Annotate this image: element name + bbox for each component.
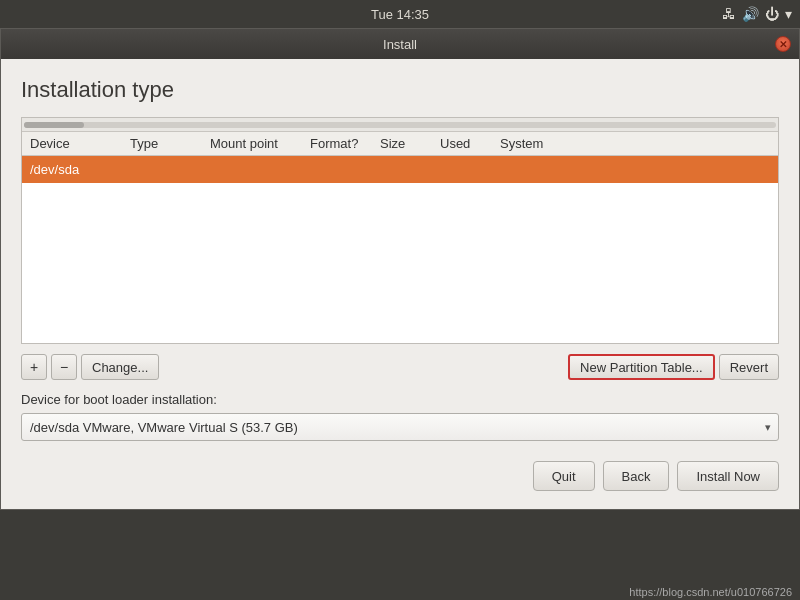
scroll-track xyxy=(24,122,776,128)
col-device-header: Device xyxy=(30,136,130,151)
col-size-header: Size xyxy=(380,136,440,151)
status-url: https://blog.csdn.net/u010766726 xyxy=(629,586,792,598)
quit-button[interactable]: Quit xyxy=(533,461,595,491)
row-system xyxy=(500,162,770,177)
volume-icon: 🔊 xyxy=(742,6,759,22)
table-header: Device Type Mount point Format? Size Use… xyxy=(22,132,778,156)
col-format-header: Format? xyxy=(310,136,380,151)
col-system-header: System xyxy=(500,136,770,151)
row-format xyxy=(310,162,380,177)
window: Install ✕ Installation type Device Type … xyxy=(0,28,800,510)
back-button[interactable]: Back xyxy=(603,461,670,491)
partition-button-row: + − Change... New Partition Table... Rev… xyxy=(21,354,779,380)
row-mount xyxy=(210,162,310,177)
page-title: Installation type xyxy=(21,77,779,103)
scroll-bar[interactable] xyxy=(22,118,778,132)
boot-loader-dropdown-wrapper: /dev/sda VMware, VMware Virtual S (53.7 … xyxy=(21,413,779,441)
table-empty-area xyxy=(22,183,778,343)
row-device: /dev/sda xyxy=(30,162,130,177)
scroll-thumb xyxy=(24,122,84,128)
titlebar: Tue 14:35 🖧 🔊 ⏻ ▾ xyxy=(0,0,800,28)
window-title: Install xyxy=(383,37,417,52)
remove-partition-button[interactable]: − xyxy=(51,354,77,380)
install-now-button[interactable]: Install Now xyxy=(677,461,779,491)
bottom-button-bar: Quit Back Install Now xyxy=(21,457,779,497)
boot-loader-selected: /dev/sda VMware, VMware Virtual S (53.7 … xyxy=(30,420,298,435)
content-area: Installation type Device Type Mount poin… xyxy=(1,59,799,509)
table-row[interactable]: /dev/sda xyxy=(22,156,778,183)
row-type xyxy=(130,162,210,177)
partition-table-container: Device Type Mount point Format? Size Use… xyxy=(21,117,779,344)
revert-button[interactable]: Revert xyxy=(719,354,779,380)
col-type-header: Type xyxy=(130,136,210,151)
col-used-header: Used xyxy=(440,136,500,151)
close-button[interactable]: ✕ xyxy=(775,36,791,52)
col-mount-header: Mount point xyxy=(210,136,310,151)
row-used xyxy=(440,162,500,177)
boot-loader-label: Device for boot loader installation: xyxy=(21,392,779,407)
power-icon[interactable]: ⏻ xyxy=(765,6,779,22)
new-partition-table-button[interactable]: New Partition Table... xyxy=(568,354,715,380)
boot-loader-dropdown[interactable]: /dev/sda VMware, VMware Virtual S (53.7 … xyxy=(21,413,779,441)
change-button[interactable]: Change... xyxy=(81,354,159,380)
chevron-down-icon[interactable]: ▾ xyxy=(785,6,792,22)
network-icon: 🖧 xyxy=(722,6,736,22)
window-titlebar: Install ✕ xyxy=(1,29,799,59)
row-size xyxy=(380,162,440,177)
add-partition-button[interactable]: + xyxy=(21,354,47,380)
clock: Tue 14:35 xyxy=(371,7,429,22)
statusbar: https://blog.csdn.net/u010766726 xyxy=(0,584,800,600)
titlebar-icons: 🖧 🔊 ⏻ ▾ xyxy=(722,6,792,22)
